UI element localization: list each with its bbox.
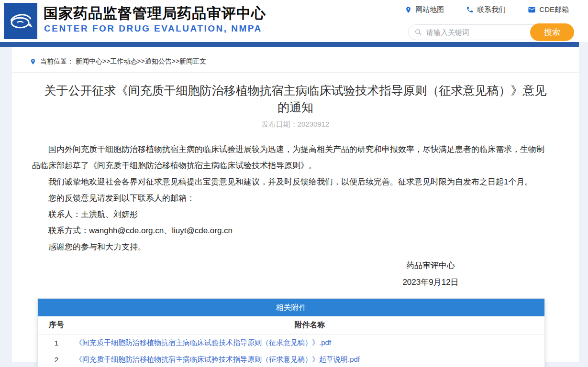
- mail-icon: [528, 6, 536, 14]
- breadcrumb-path[interactable]: 新闻中心>>工作动态>>通知公告>>新闻正文: [76, 57, 206, 66]
- signature-date: 2023年9月12日: [378, 274, 483, 291]
- location-pin-icon: [30, 58, 36, 65]
- cde-swirl-icon: [6, 6, 35, 36]
- attachment-index: 1: [38, 339, 75, 347]
- sitemap-link[interactable]: 网站地图: [405, 5, 444, 14]
- article-paragraph: 联系方式：wanghh@cde.org.cn、liuyt@cde.org.cn: [32, 223, 546, 239]
- attachments-header-row: 序号 附件名称: [38, 316, 544, 335]
- breadcrumb: 当前位置： 新闻中心>>工作动态>>通知公告>>新闻正文: [12, 47, 579, 73]
- site-header: 国家药品监督管理局药品审评中心 CENTER FOR DRUG EVALUATI…: [0, 0, 588, 42]
- site-subtitle: CENTER FOR DRUG EVALUATION, NMPA: [44, 23, 262, 34]
- search-button[interactable]: 搜索: [530, 23, 574, 41]
- attachments-table: 相关附件 序号 附件名称 1 《间充质干细胞防治移植物抗宿主病临床试验技术指导原…: [37, 298, 545, 367]
- attachment-link-pdf[interactable]: 《间充质干细胞防治移植物抗宿主病临床试验技术指导原则（征求意见稿）》.pdf: [75, 338, 331, 346]
- sitemap-link-label: 网站地图: [415, 5, 444, 14]
- article-body: 国内外间充质干细胞防治移植物抗宿主病的临床试验进展较为迅速，为提高相关产品的研究…: [12, 141, 579, 255]
- site-title: 国家药品监督管理局药品审评中心: [44, 4, 266, 23]
- table-row: 1 《间充质干细胞防治移植物抗宿主病临床试验技术指导原则（征求意见稿）》.pdf: [38, 335, 544, 351]
- signature-org: 药品审评中心: [378, 257, 483, 274]
- attachments-title: 相关附件: [38, 299, 544, 316]
- search-icon: [414, 28, 422, 36]
- contact-us-link-label: 联系我们: [477, 5, 506, 14]
- cde-logo[interactable]: [4, 3, 37, 39]
- article-paragraph: 我们诚挚地欢迎社会各界对征求意见稿提出宝贵意见和建议，并及时反馈给我们，以便后续…: [32, 174, 546, 190]
- article-paragraph: 联系人：王洪航、刘妍彤: [32, 206, 546, 223]
- nav-divider-bar: [0, 42, 579, 47]
- attachment-index: 2: [38, 356, 75, 364]
- article-paragraph: 感谢您的参与和大力支持。: [32, 239, 546, 255]
- map-pin-icon: [405, 6, 412, 13]
- search-input[interactable]: [426, 28, 522, 36]
- article-signature: 药品审评中心 2023年9月12日: [378, 257, 483, 291]
- article-paragraph: 国内外间充质干细胞防治移植物抗宿主病的临床试验进展较为迅速，为提高相关产品的研究…: [32, 141, 546, 174]
- column-header-no: 序号: [38, 320, 75, 330]
- cde-mail-link[interactable]: CDE邮箱: [528, 5, 569, 14]
- contact-us-link[interactable]: 联系我们: [466, 5, 506, 14]
- attachment-link-pdf[interactable]: 《间充质干细胞防治移植物抗宿主病临床试验技术指导原则（征求意见稿）》起草说明.p…: [75, 355, 360, 363]
- article-paragraph: 您的反馈意见请发到以下联系人的邮箱：: [32, 190, 546, 206]
- article-card: 当前位置： 新闻中心>>工作动态>>通知公告>>新闻正文 关于公开征求《间充质干…: [12, 47, 579, 362]
- article-title: 关于公开征求《间充质干细胞防治移植物抗宿主病临床试验技术指导原则（征求意见稿）》…: [41, 82, 550, 116]
- header-quick-links: 网站地图 联系我们 CDE邮箱: [405, 4, 569, 15]
- cde-mail-link-label: CDE邮箱: [539, 5, 569, 14]
- breadcrumb-label: 当前位置：: [40, 57, 74, 66]
- table-row: 2 《间充质干细胞防治移植物抗宿主病临床试验技术指导原则（征求意见稿）》起草说明…: [38, 351, 544, 367]
- publish-date: 发布日期：20230912: [12, 120, 579, 129]
- search-bar: 搜索: [408, 23, 574, 41]
- phone-icon: [466, 6, 474, 13]
- column-header-name: 附件名称: [75, 320, 544, 330]
